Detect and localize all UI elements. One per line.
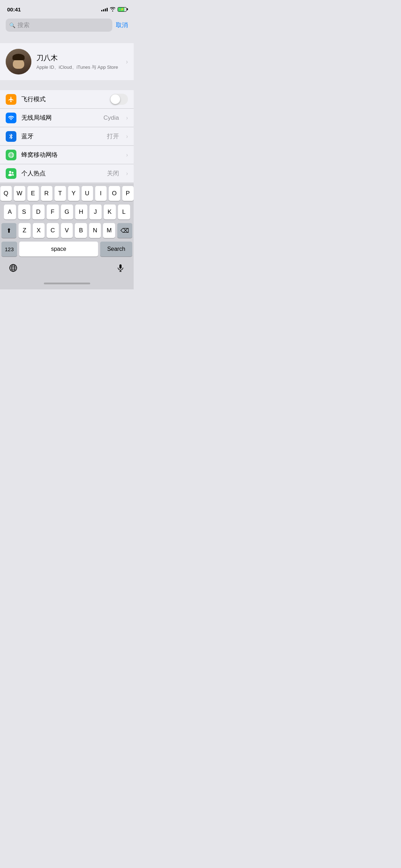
key-p[interactable]: P — [122, 186, 134, 201]
battery-icon: ⚡ — [118, 7, 127, 12]
wifi-icon — [110, 7, 115, 11]
key-c[interactable]: C — [47, 223, 59, 238]
search-placeholder: 搜索 — [17, 21, 30, 29]
svg-rect-10 — [119, 264, 122, 269]
settings-row-wifi[interactable]: 无线局域网 Cydia › — [0, 109, 134, 127]
key-q[interactable]: Q — [0, 186, 12, 201]
microphone-button[interactable] — [113, 260, 128, 275]
signal-bars-icon — [101, 7, 108, 11]
key-u[interactable]: U — [82, 186, 93, 201]
cellular-label: 蜂窝移动网络 — [21, 151, 121, 159]
airplane-label: 飞行模式 — [21, 95, 105, 103]
delete-key[interactable]: ⌫ — [117, 223, 132, 238]
wifi-settings-icon — [6, 113, 16, 123]
cancel-button[interactable]: 取消 — [116, 21, 128, 29]
key-j[interactable]: J — [89, 205, 102, 219]
cellular-settings-icon — [6, 150, 16, 160]
bluetooth-chevron-icon: › — [126, 133, 128, 140]
bluetooth-settings-icon — [6, 131, 16, 142]
profile-info: 刀八木 Apple ID、iCloud、iTunes 与 App Store — [36, 53, 121, 71]
settings-row-bluetooth[interactable]: 蓝牙 打开 › — [0, 127, 134, 146]
settings-row-hotspot[interactable]: 个人热点 关闭 › — [0, 164, 134, 183]
keyboard-row-1: Q W E R T Y U I O P — [1, 186, 132, 201]
status-time: 00:41 — [7, 6, 21, 12]
hotspot-value: 关闭 — [107, 169, 119, 177]
shift-key[interactable]: ⬆ — [1, 223, 16, 238]
settings-row-airplane[interactable]: 飞行模式 — [0, 90, 134, 109]
keyboard-row-2: A S D F G H J K L — [1, 205, 132, 219]
key-t[interactable]: T — [55, 186, 66, 201]
keyboard-rows: Q W E R T Y U I O P A S D F G H J K L ⬆ … — [0, 183, 134, 262]
search-glass-icon: 🔍 — [9, 22, 15, 28]
bluetooth-label: 蓝牙 — [21, 132, 102, 140]
keyboard: Q W E R T Y U I O P A S D F G H J K L ⬆ … — [0, 183, 134, 289]
profile-name: 刀八木 — [36, 53, 121, 63]
search-bar: 🔍 搜索 取消 — [0, 16, 134, 35]
profile-subtitle: Apple ID、iCloud、iTunes 与 App Store — [36, 64, 121, 71]
key-e[interactable]: E — [27, 186, 39, 201]
key-o[interactable]: O — [109, 186, 120, 201]
key-l[interactable]: L — [118, 205, 130, 219]
key-z[interactable]: Z — [19, 223, 31, 238]
keyboard-row-4: 123 space Search — [1, 242, 132, 257]
status-bar: 00:41 ⚡ — [0, 0, 134, 16]
key-b[interactable]: B — [75, 223, 87, 238]
key-x[interactable]: X — [33, 223, 45, 238]
key-v[interactable]: V — [61, 223, 73, 238]
hotspot-chevron-icon: › — [126, 170, 128, 177]
wifi-chevron-icon: › — [126, 115, 128, 121]
globe-button[interactable] — [6, 260, 21, 275]
settings-row-cellular[interactable]: 蜂窝移动网络 › — [0, 146, 134, 164]
hotspot-label: 个人热点 — [21, 169, 102, 177]
key-y[interactable]: Y — [68, 186, 79, 201]
profile-chevron-icon: › — [126, 58, 128, 66]
home-indicator — [0, 277, 134, 289]
keyboard-row-3: ⬆ Z X C V B N M ⌫ — [1, 223, 132, 238]
key-a[interactable]: A — [4, 205, 16, 219]
key-m[interactable]: M — [103, 223, 115, 238]
status-icons: ⚡ — [101, 7, 127, 12]
airplane-icon — [6, 94, 16, 105]
key-d[interactable]: D — [32, 205, 45, 219]
keyboard-bottom — [0, 262, 134, 277]
search-input-wrapper[interactable]: 🔍 搜索 — [6, 19, 112, 32]
section-spacer-1 — [0, 80, 134, 90]
hotspot-settings-icon — [6, 168, 16, 179]
avatar — [6, 49, 31, 74]
key-k[interactable]: K — [104, 205, 116, 219]
key-r[interactable]: R — [41, 186, 52, 201]
numbers-key[interactable]: 123 — [1, 242, 17, 257]
key-i[interactable]: I — [95, 186, 107, 201]
airplane-toggle[interactable] — [110, 94, 128, 105]
key-h[interactable]: H — [75, 205, 87, 219]
space-key[interactable]: space — [19, 242, 98, 257]
key-n[interactable]: N — [89, 223, 101, 238]
cellular-chevron-icon: › — [126, 152, 128, 158]
profile-section[interactable]: 刀八木 Apple ID、iCloud、iTunes 与 App Store › — [0, 43, 134, 80]
key-s[interactable]: S — [18, 205, 30, 219]
key-f[interactable]: F — [47, 205, 59, 219]
search-key[interactable]: Search — [100, 242, 132, 257]
key-w[interactable]: W — [14, 186, 25, 201]
wifi-value: Cydia — [103, 114, 119, 122]
spacer-1 — [0, 35, 134, 43]
wifi-label: 无线局域网 — [21, 114, 98, 122]
bluetooth-value: 打开 — [107, 132, 119, 140]
key-g[interactable]: G — [61, 205, 73, 219]
